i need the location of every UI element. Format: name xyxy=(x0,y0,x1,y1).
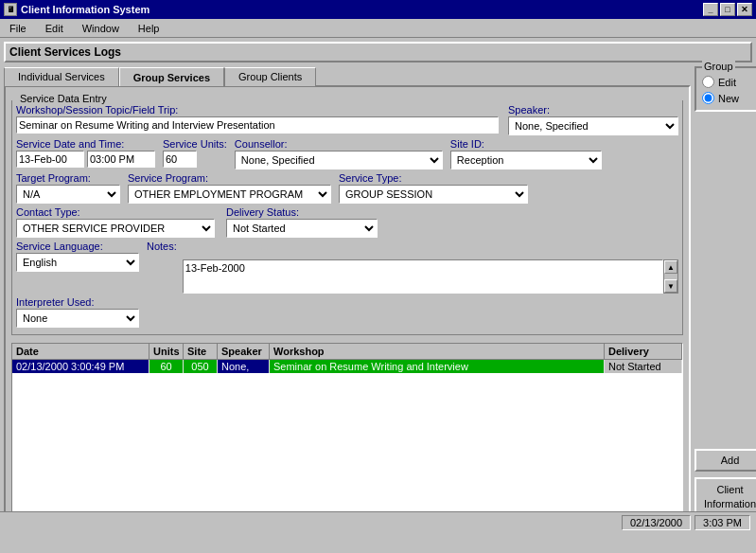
status-time: 3:03 PM xyxy=(694,515,750,530)
counsellor-label: Counsellor: xyxy=(235,138,443,150)
interpreter-select[interactable]: None xyxy=(16,309,139,328)
menu-bar: File Edit Window Help xyxy=(0,19,756,38)
cell-units: 60 xyxy=(149,360,184,373)
delivery-status-label: Delivery Status: xyxy=(226,206,378,218)
service-type-label: Service Type: xyxy=(339,172,528,184)
site-id-select[interactable]: Reception xyxy=(450,151,602,169)
status-bar: 02/13/2000 3:03 PM xyxy=(0,511,756,532)
target-program-select[interactable]: N/A xyxy=(16,185,120,204)
group-box-label: Service Data Entry xyxy=(18,93,109,104)
speaker-label: Speaker: xyxy=(508,104,678,116)
menu-help[interactable]: Help xyxy=(132,21,166,36)
col-delivery: Delivery xyxy=(605,344,682,359)
speaker-select[interactable]: None, Specified xyxy=(508,116,678,135)
date-row: Service Date and Time: Service Units: Co… xyxy=(16,138,678,169)
contact-type-select[interactable]: OTHER SERVICE PROVIDER xyxy=(16,219,215,238)
cell-site: 050 xyxy=(184,360,218,373)
contact-type-label: Contact Type: xyxy=(16,206,215,218)
tab-group-services[interactable]: Group Services xyxy=(119,67,224,86)
close-button[interactable]: ✕ xyxy=(737,3,752,16)
col-site: Site xyxy=(184,344,218,359)
service-type-select[interactable]: GROUP SESSION xyxy=(339,185,528,204)
page-title: Client Services Logs xyxy=(9,45,121,59)
radio-edit[interactable]: Edit xyxy=(702,76,756,88)
window-title-bar: Client Services Logs xyxy=(4,42,752,62)
language-row: Service Language: English Notes: 13-Feb-… xyxy=(16,241,678,294)
workshop-input[interactable] xyxy=(16,116,499,134)
delivery-status-select[interactable]: Not Started xyxy=(226,219,378,238)
workshop-row: Workshop/Session Topic/Field Trip: Speak… xyxy=(16,104,678,135)
notes-scroll-up[interactable]: ▲ xyxy=(664,260,677,274)
radio-new-input[interactable] xyxy=(702,92,714,104)
tab-group-clients[interactable]: Group Clients xyxy=(224,67,316,86)
notes-label: Notes: xyxy=(147,241,177,252)
radio-group: Edit New xyxy=(702,76,756,104)
counsellor-select[interactable]: None, Specified xyxy=(235,151,443,169)
menu-window[interactable]: Window xyxy=(77,21,125,36)
service-time-input[interactable] xyxy=(87,151,155,168)
add-button[interactable]: Add xyxy=(694,449,756,472)
program-row: Target Program: N/A Service Program: OTH… xyxy=(16,172,678,204)
minimize-button[interactable]: _ xyxy=(703,3,718,16)
interpreter-row: Interpreter Used: None xyxy=(16,296,678,328)
contact-row: Contact Type: OTHER SERVICE PROVIDER Del… xyxy=(16,206,678,238)
site-id-label: Site ID: xyxy=(450,138,602,150)
service-language-label: Service Language: xyxy=(16,241,139,252)
service-data-entry-group: Service Data Entry Workshop/Session Topi… xyxy=(11,100,683,335)
notes-input[interactable]: 13-Feb-2000 xyxy=(183,259,663,294)
service-language-select[interactable]: English xyxy=(16,253,139,272)
notes-scroll-down[interactable]: ▼ xyxy=(664,279,677,293)
window-title: Client Information System xyxy=(21,4,149,15)
col-speaker: Speaker xyxy=(218,344,270,359)
group-right: Group Edit New xyxy=(694,66,756,112)
cell-date: 02/13/2000 3:00:49 PM xyxy=(12,360,149,373)
table-row[interactable]: 02/13/2000 3:00:49 PM 60 050 None, Semin… xyxy=(12,360,682,373)
service-program-label: Service Program: xyxy=(128,172,331,184)
app-icon: 🖥 xyxy=(4,3,17,16)
right-panel: Group Edit New Add ClientInformationForm xyxy=(694,66,756,526)
service-units-label: Service Units: xyxy=(163,138,227,150)
tab-individual-services[interactable]: Individual Services xyxy=(4,67,119,86)
interpreter-label: Interpreter Used: xyxy=(16,296,139,308)
col-workshop: Workshop xyxy=(270,344,605,359)
title-bar: 🖥 Client Information System _ □ ✕ xyxy=(0,0,756,19)
radio-new[interactable]: New xyxy=(702,92,756,104)
cell-speaker: None, xyxy=(218,360,270,373)
menu-edit[interactable]: Edit xyxy=(40,21,69,36)
service-table: Date Units Site Speaker Workshop Deliver… xyxy=(11,343,683,519)
col-date: Date xyxy=(12,344,149,359)
workshop-label: Workshop/Session Topic/Field Trip: xyxy=(16,104,499,116)
menu-file[interactable]: File xyxy=(4,21,32,36)
table-header: Date Units Site Speaker Workshop Deliver… xyxy=(12,344,682,360)
tab-content: Service Data Entry Workshop/Session Topi… xyxy=(4,85,691,526)
group-right-label: Group xyxy=(702,61,735,72)
maximize-button[interactable]: □ xyxy=(720,3,735,16)
cell-delivery: Not Started xyxy=(605,360,682,373)
target-program-label: Target Program: xyxy=(16,172,120,184)
service-date-input[interactable] xyxy=(16,151,84,168)
radio-edit-input[interactable] xyxy=(702,76,714,88)
service-units-input[interactable] xyxy=(163,151,197,168)
service-date-label: Service Date and Time: xyxy=(16,138,155,150)
col-units: Units xyxy=(149,344,184,359)
status-date: 02/13/2000 xyxy=(622,515,691,530)
cell-workshop: Seminar on Resume Writing and Interview xyxy=(270,360,605,373)
tab-bar: Individual Services Group Services Group… xyxy=(4,66,691,85)
service-program-select[interactable]: OTHER EMPLOYMENT PROGRAM xyxy=(128,185,331,204)
